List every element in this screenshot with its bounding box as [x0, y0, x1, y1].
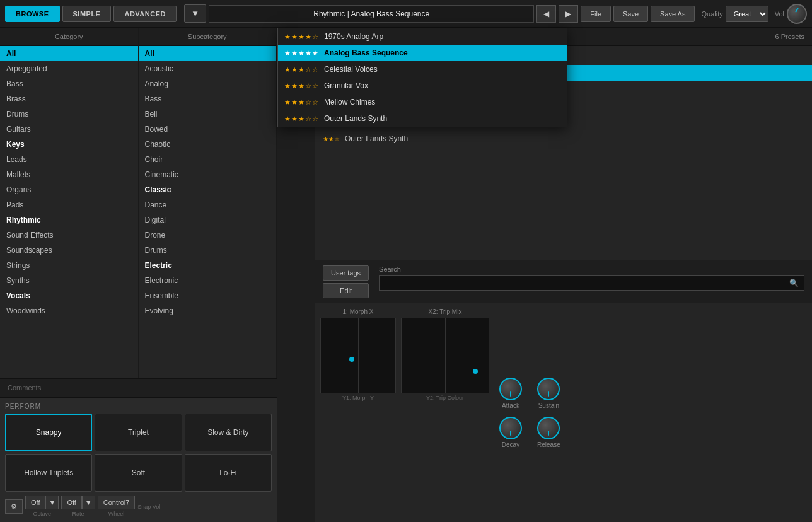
category-list-item[interactable]: Mallets: [0, 167, 138, 182]
subcategory-list-item[interactable]: Bass: [139, 91, 277, 107]
search-input[interactable]: [385, 279, 787, 287]
category-list-item[interactable]: Woodwinds: [0, 303, 138, 318]
category-list-item[interactable]: Pads: [0, 197, 138, 212]
morph-x1-pad[interactable]: [320, 318, 396, 393]
volume-knob[interactable]: [787, 4, 807, 24]
perform-pad[interactable]: Hollow Triplets: [5, 454, 92, 492]
category-list-item[interactable]: Bass: [0, 76, 138, 91]
subcategory-list-item[interactable]: All: [139, 46, 277, 61]
file-button[interactable]: File: [581, 6, 611, 22]
dropdown-item[interactable]: ★★★★☆1970s Analog Arp: [278, 28, 567, 45]
category-list-item[interactable]: Drums: [0, 107, 138, 122]
dropdown-item[interactable]: ★★★★★Analog Bass Sequence: [278, 45, 567, 61]
simple-button[interactable]: SIMPLE: [62, 6, 112, 22]
knobs-column: Attack Decay: [494, 308, 527, 517]
subcategory-list-item[interactable]: Chaotic: [139, 137, 277, 152]
search-icon[interactable]: 🔍: [789, 279, 799, 287]
quality-label: Quality: [701, 10, 722, 18]
morph-y1-label: Y1: Morph Y: [320, 395, 396, 401]
perform-pad[interactable]: Lo-Fi: [185, 454, 272, 492]
top-bar: BROWSE SIMPLE ADVANCED ▼ Rhythmic | Anal…: [0, 0, 812, 28]
subcategory-list-item[interactable]: Electronic: [139, 273, 277, 288]
prev-preset-button[interactable]: ◀: [536, 5, 556, 23]
category-list-item[interactable]: Strings: [0, 258, 138, 273]
dropdown-item-name: Mellow Chimes: [324, 98, 375, 107]
subcategory-list-item[interactable]: Dance: [139, 197, 277, 212]
subcategory-list-item[interactable]: Analog: [139, 76, 277, 91]
user-tags-button[interactable]: User tags: [323, 265, 369, 281]
subcategory-list-item[interactable]: Drone: [139, 228, 277, 243]
comments-section: Comments: [0, 378, 277, 397]
save-button[interactable]: Save: [613, 6, 648, 22]
decay-knob-group: Decay: [499, 417, 522, 448]
category-list-item[interactable]: Synths: [0, 273, 138, 288]
perform-label: PERFORM: [5, 403, 272, 410]
rate-dropdown[interactable]: ▼: [82, 496, 95, 509]
attack-knob-group: Attack: [499, 378, 522, 409]
octave-dropdown[interactable]: ▼: [45, 496, 59, 509]
wheel-button[interactable]: Control7: [98, 496, 136, 509]
advanced-button[interactable]: ADVANCED: [113, 6, 177, 22]
perform-pad[interactable]: Triplet: [95, 414, 182, 451]
sustain-knob[interactable]: [537, 378, 560, 400]
subcategory-list-item[interactable]: Bowed: [139, 122, 277, 137]
category-list-item[interactable]: Soundscapes: [0, 243, 138, 258]
snap-vol-label: Snap Vol: [137, 504, 160, 510]
perform-pad[interactable]: Snappy: [5, 414, 92, 451]
subcategory-list-item[interactable]: Choir: [139, 152, 277, 167]
decay-knob[interactable]: [499, 417, 522, 439]
category-list-item[interactable]: All: [0, 46, 138, 61]
perform-pad[interactable]: Soft: [95, 454, 182, 492]
category-list: AllArpeggiatedBassBrassDrumsGuitarsKeysL…: [0, 46, 138, 378]
perform-controls: ⚙ Off ▼ Octave Off ▼ Rate: [5, 496, 272, 517]
release-knob-group: Release: [537, 417, 560, 448]
subcategory-list-item[interactable]: Classic: [139, 182, 277, 197]
search-box: 🔍: [379, 276, 804, 291]
release-knob-label: Release: [537, 441, 560, 448]
wheel-label: Wheel: [98, 511, 136, 517]
subcategory-list-item[interactable]: Electric: [139, 258, 277, 273]
category-list-item[interactable]: Sound Effects: [0, 228, 138, 243]
category-list-item[interactable]: Vocals: [0, 288, 138, 303]
subcategory-list-item[interactable]: Drums: [139, 243, 277, 258]
dropdown-item[interactable]: ★★★☆☆Granular Vox: [278, 78, 567, 94]
category-list-item[interactable]: Leads: [0, 152, 138, 167]
octave-off-button[interactable]: Off: [25, 496, 45, 509]
subcategory-list-item[interactable]: Ensemble: [139, 288, 277, 303]
attack-knob[interactable]: [499, 378, 522, 400]
left-panel: Category AllArpeggiatedBassBrassDrumsGui…: [0, 28, 277, 522]
subcategory-list-item[interactable]: Bell: [139, 107, 277, 122]
browser-columns: Category AllArpeggiatedBassBrassDrumsGui…: [0, 28, 277, 378]
morph-x1-label: 1: Morph X: [320, 308, 396, 315]
preset-dropdown: ★★★★☆1970s Analog Arp★★★★★Analog Bass Se…: [277, 28, 567, 127]
dropdown-item[interactable]: ★★★☆☆Mellow Chimes: [278, 94, 567, 110]
subcategory-list-item[interactable]: Acoustic: [139, 61, 277, 76]
gear-button[interactable]: ⚙: [5, 499, 23, 514]
subcategory-list-item[interactable]: Cinematic: [139, 167, 277, 182]
nav-dropdown-button[interactable]: ▼: [184, 4, 206, 23]
browse-button[interactable]: BROWSE: [5, 6, 60, 22]
morph-x2-pad[interactable]: [401, 318, 489, 393]
category-list-item[interactable]: Guitars: [0, 122, 138, 137]
preset-list-item[interactable]: ★★☆Outer Lands Synth: [315, 130, 812, 147]
subcategory-header: Subcategory: [139, 28, 277, 46]
category-list-item[interactable]: Organs: [0, 182, 138, 197]
save-as-button[interactable]: Save As: [651, 6, 695, 22]
tags-search-bar: User tags Edit Search 🔍: [315, 260, 812, 303]
subcategory-list-item[interactable]: Evolving: [139, 303, 277, 318]
morph-area: 1: Morph X Y1: Morph Y X2: Trip Mix Y2: …: [315, 303, 812, 522]
next-preset-button[interactable]: ▶: [559, 5, 578, 23]
dropdown-item[interactable]: ★★★☆☆Celestial Voices: [278, 61, 567, 78]
dropdown-item[interactable]: ★★★☆☆Outer Lands Synth: [278, 110, 567, 127]
perform-pad[interactable]: Slow & Dirty: [185, 414, 272, 451]
category-list-item[interactable]: Arpeggiated: [0, 61, 138, 76]
category-list-item[interactable]: Keys: [0, 137, 138, 152]
edit-button[interactable]: Edit: [323, 283, 369, 298]
perform-section: PERFORM SnappyTripletSlow & DirtyHollow …: [0, 397, 277, 522]
category-list-item[interactable]: Brass: [0, 91, 138, 107]
rate-off-button[interactable]: Off: [61, 496, 81, 509]
category-list-item[interactable]: Rhythmic: [0, 212, 138, 228]
release-knob[interactable]: [537, 417, 560, 439]
subcategory-list-item[interactable]: Digital: [139, 212, 277, 228]
quality-select[interactable]: Great Good Better Best: [726, 6, 768, 22]
